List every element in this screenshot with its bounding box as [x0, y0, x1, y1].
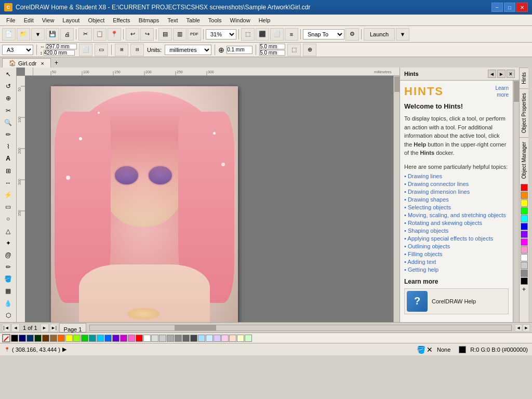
cs-darkgreen[interactable]: [34, 335, 42, 342]
connector-tool[interactable]: ⚡: [1, 189, 16, 201]
color-white[interactable]: [521, 254, 528, 261]
color-lightgray[interactable]: [521, 262, 528, 269]
canvas-area[interactable]: 50 100 150 200 250 300 millimetres: [17, 68, 400, 322]
scroll-left-button[interactable]: ◄: [515, 324, 522, 331]
cs-cream[interactable]: [237, 335, 244, 342]
launch-button[interactable]: Launch: [364, 28, 395, 41]
zoom-select[interactable]: 31% 50% 100%: [206, 29, 236, 39]
menu-object[interactable]: Object: [84, 16, 109, 24]
next-page-button[interactable]: ►: [41, 324, 49, 332]
hint-link-effects[interactable]: Applying special effects to objects: [404, 235, 509, 242]
zoom-tool[interactable]: 🔍: [1, 117, 16, 128]
fill-tool[interactable]: 🪣: [1, 273, 16, 285]
color-cyan[interactable]: [521, 215, 528, 222]
hints-nav-back[interactable]: ◄: [488, 70, 496, 78]
minimize-button[interactable]: −: [491, 3, 503, 12]
snap-nodes-button[interactable]: ⊕: [303, 44, 316, 56]
options-button[interactable]: ⚙: [345, 28, 359, 41]
ellipse-tool[interactable]: ○: [1, 213, 16, 224]
new-tab-button[interactable]: +: [51, 58, 61, 68]
redo-button[interactable]: ↪: [140, 28, 154, 41]
document-tab-girl[interactable]: 🏠 Girl.cdr ×: [2, 58, 51, 68]
canvas-vscrollbar[interactable]: [393, 76, 400, 322]
color-violet[interactable]: [521, 231, 528, 238]
close-button[interactable]: ✕: [516, 3, 528, 12]
object-properties-tab[interactable]: Object Properties: [520, 88, 528, 137]
crop-tool[interactable]: ✂: [1, 105, 16, 116]
hints-close[interactable]: ×: [507, 70, 515, 78]
prev-page-button[interactable]: ◄: [11, 324, 20, 332]
menu-window[interactable]: Window: [226, 16, 255, 24]
color-yellow[interactable]: [521, 200, 528, 207]
smooth-tool[interactable]: ↺: [1, 81, 16, 92]
cs-lightgreen[interactable]: [245, 335, 252, 342]
cs-lightblue2[interactable]: [206, 335, 213, 342]
hint-link-rotating[interactable]: Rotating and skewing objects: [404, 220, 509, 226]
object-manager-tab[interactable]: Object Manager: [520, 137, 528, 183]
color-red[interactable]: [521, 184, 528, 191]
color-gray[interactable]: [521, 270, 528, 277]
page-1-tab[interactable]: Page 1: [59, 323, 87, 332]
canvas-vscroll-thumb[interactable]: [394, 76, 400, 92]
menu-effects[interactable]: Effects: [109, 16, 134, 24]
cs-red[interactable]: [136, 335, 143, 342]
launch-arrow[interactable]: ▼: [396, 28, 409, 41]
last-page-button[interactable]: ►|: [50, 324, 58, 332]
view-btn-4[interactable]: ≡: [285, 28, 298, 41]
hints-nav-fwd[interactable]: ►: [497, 70, 506, 78]
cs-gray3[interactable]: [182, 335, 190, 342]
cs-white[interactable]: [143, 335, 151, 342]
polygon-tool[interactable]: △: [1, 225, 16, 236]
color-blue[interactable]: [521, 223, 528, 230]
scroll-right-button[interactable]: ►: [523, 324, 530, 331]
width-input[interactable]: [46, 44, 77, 49]
first-page-button[interactable]: |◄: [2, 324, 10, 332]
import-button[interactable]: ▤: [158, 28, 172, 41]
hint-link-outlining[interactable]: Outlining objects: [404, 243, 509, 249]
dimension-tool[interactable]: ↔: [1, 177, 16, 189]
units-btn[interactable]: ⊞: [115, 44, 128, 56]
menu-table[interactable]: Table: [182, 16, 204, 24]
transform-tool[interactable]: ⊕: [1, 92, 16, 104]
open-button[interactable]: 📁: [17, 28, 30, 41]
hints-tab[interactable]: Hints: [520, 68, 528, 88]
hint-link-drawing-shapes[interactable]: Drawing shapes: [404, 196, 509, 203]
cs-teal[interactable]: [89, 335, 96, 342]
text-tool[interactable]: A: [1, 153, 16, 164]
cut-button[interactable]: ✂: [78, 28, 92, 41]
color-orange[interactable]: [521, 192, 528, 199]
hint-link-getting-help[interactable]: Getting help: [404, 267, 509, 273]
freehand-tool[interactable]: ✏: [1, 129, 16, 140]
hint-link-shaping[interactable]: Shaping objects: [404, 228, 509, 234]
cs-lightblue1[interactable]: [198, 335, 205, 342]
hscroll-thumb[interactable]: [175, 325, 216, 330]
paste-button[interactable]: 📍: [108, 28, 121, 41]
cs-green[interactable]: [81, 335, 88, 342]
pencil-tool[interactable]: ✏: [1, 261, 16, 273]
portrait-button[interactable]: ⬜: [79, 44, 92, 56]
restore-button[interactable]: □: [504, 3, 515, 12]
color-magenta[interactable]: [521, 238, 528, 246]
table-tool[interactable]: ⊞: [1, 165, 16, 177]
spiral-tool[interactable]: @: [1, 249, 16, 261]
gradient-tool[interactable]: ▦: [1, 285, 16, 297]
no-fill-swatch[interactable]: [2, 334, 10, 342]
cs-orange[interactable]: [58, 335, 65, 342]
menu-layout[interactable]: Layout: [58, 16, 84, 24]
color-pink[interactable]: [521, 246, 528, 254]
cs-lightgray2[interactable]: [159, 335, 166, 342]
hint-link-adding-text[interactable]: Adding text: [404, 259, 509, 265]
menu-bitmaps[interactable]: Bitmaps: [135, 16, 164, 24]
hint-link-dimension-lines[interactable]: Drawing dimension lines: [404, 189, 509, 195]
hscrollbar[interactable]: [89, 325, 512, 331]
bleed-btn[interactable]: ⊟: [130, 44, 144, 56]
cs-black[interactable]: [11, 335, 18, 342]
view-btn-2[interactable]: ⬛: [256, 28, 269, 41]
cs-blue[interactable]: [104, 335, 112, 342]
cs-darkbrown[interactable]: [42, 335, 49, 342]
doc-tab-close-icon[interactable]: ×: [41, 60, 44, 66]
y-input[interactable]: [259, 50, 285, 56]
menu-tools[interactable]: Tools: [204, 16, 226, 24]
height-input[interactable]: [44, 50, 75, 56]
page-size-select[interactable]: A3: [2, 45, 33, 55]
